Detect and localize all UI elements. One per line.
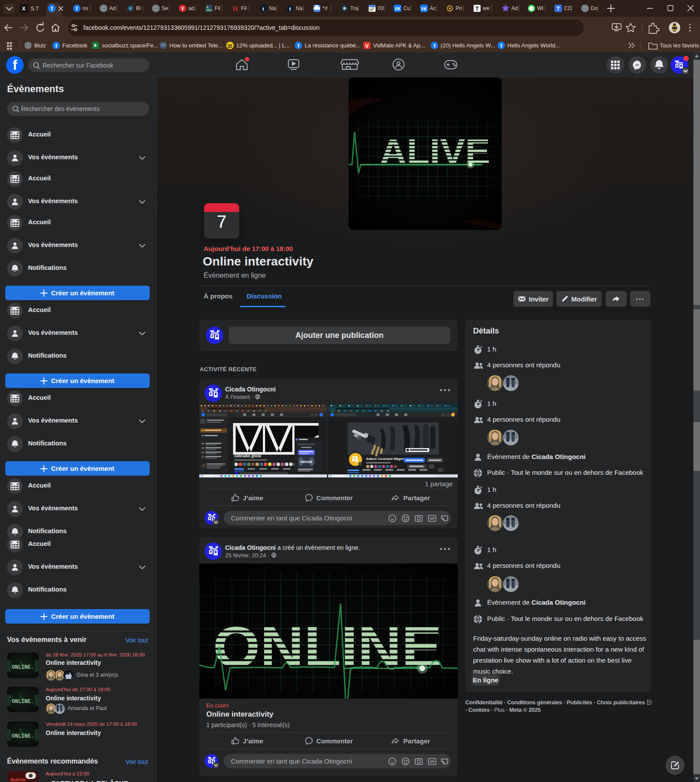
svg-text:La résistance québé...: La résistance québé... [305, 42, 361, 49]
svg-text:CO: CO [564, 5, 572, 11]
svg-text:Do: Do [591, 5, 598, 11]
svg-text:ONLINE.: ONLINE. [12, 733, 34, 739]
svg-text:t: t [262, 6, 264, 12]
svg-text:T: T [475, 5, 479, 12]
svg-text:T: T [556, 6, 560, 12]
svg-text:Rechercher sur Facebook: Rechercher sur Facebook [43, 62, 114, 69]
svg-text:facebook.com/events/1212793133: facebook.com/events/1212793133605991/121… [83, 24, 319, 31]
svg-text:f: f [51, 5, 53, 12]
svg-text:Fil: Fil [241, 5, 247, 11]
svg-text:Tra: Tra [350, 5, 358, 11]
svg-text:ONLINE: ONLINE [213, 615, 442, 679]
svg-text:S.T: S.T [31, 6, 39, 12]
svg-text:*#: *# [323, 5, 328, 11]
svg-text:8lulz: 8lulz [34, 42, 46, 49]
svg-text:Tous les favoris: Tous les favoris [660, 42, 699, 49]
svg-text:socialbuzz.space/Fe...: socialbuzz.space/Fe... [102, 42, 158, 49]
svg-text:ONLINE.: ONLINE. [12, 699, 34, 705]
svg-text:Ac: Ac [430, 5, 436, 11]
svg-text:Wl: Wl [537, 5, 543, 11]
svg-text:Na: Na [296, 5, 303, 11]
svg-text:Pri: Pri [456, 5, 462, 11]
svg-text:ns: ns [83, 5, 88, 11]
svg-text:Fil: Fil [215, 5, 220, 11]
svg-text:GIF: GIF [430, 517, 435, 520]
svg-text:f: f [13, 57, 18, 73]
svg-text:❄: ❄ [128, 6, 132, 11]
svg-text:GIF: GIF [430, 760, 435, 763]
svg-text:X: X [22, 6, 25, 12]
svg-text:Relâche: Relâche [10, 777, 26, 782]
svg-text:Cu: Cu [403, 5, 410, 11]
svg-text:VidMate APK & Ap...: VidMate APK & Ap... [373, 42, 425, 49]
svg-text:(20) Hells Angels W...: (20) Hells Angels W... [441, 42, 495, 49]
svg-text:we: we [482, 5, 490, 11]
svg-text:VK: VK [421, 7, 427, 11]
svg-text:Na: Na [269, 5, 276, 11]
svg-text:t: t [289, 6, 291, 12]
svg-text:How to embed Tele...: How to embed Tele... [169, 42, 223, 49]
svg-text:CHOICE: CHOICE [300, 460, 312, 464]
svg-text:12% uploaded... | L...: 12% uploaded... | L... [236, 42, 290, 49]
svg-text:Hells Angels World...: Hells Angels World... [507, 42, 560, 49]
svg-text:Ad: Ad [109, 5, 116, 11]
svg-text:H: H [233, 5, 238, 12]
svg-text:Bl: Bl [136, 5, 141, 11]
svg-text:nebradio ghost: nebradio ghost [234, 454, 262, 458]
svg-text:Facebook: Facebook [62, 42, 88, 49]
svg-text:ONLINE.: ONLINE. [12, 664, 34, 671]
svg-text:Adacic Covenant Wagners: Adacic Covenant Wagners [366, 457, 407, 461]
svg-text:Se: Se [162, 5, 168, 11]
svg-text:VK: VK [395, 7, 401, 11]
svg-text:Ad: Ad [511, 5, 518, 11]
svg-text:03: 03 [378, 5, 384, 11]
svg-text:V: V [365, 43, 369, 49]
svg-text:ad: ad [188, 5, 194, 11]
